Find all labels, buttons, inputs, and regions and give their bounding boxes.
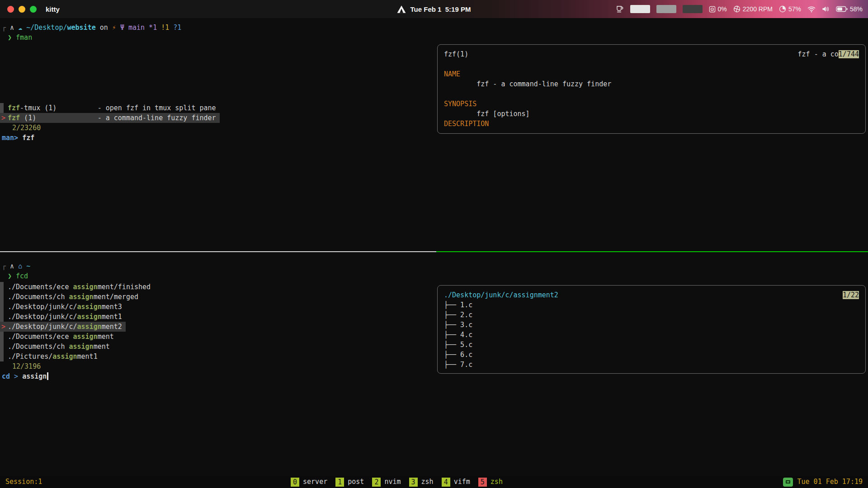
top-command-line: ❯ fman [8, 33, 32, 42]
prompt-frame: ┌ [2, 262, 6, 270]
tmux-window-index: 0 [291, 478, 299, 487]
tmux-statusbar: Session:1 0server 1post 2nvim 3zsh 4vifm… [0, 476, 868, 488]
fzf-result-row[interactable]: ./Documents/ece assignment/finished [0, 282, 151, 292]
fzf-query: fzf [22, 134, 34, 142]
fzf-result-text: ment3 [102, 303, 122, 311]
preview-header-right: fzf - a co1/744 [798, 49, 859, 59]
tmux-window-2[interactable]: 2nvim [372, 476, 401, 488]
tmux-window-index: 4 [442, 478, 450, 487]
tmux-window-0[interactable]: 0server [291, 476, 327, 488]
fzf-result-row[interactable]: ./Pictures/assignment1 [0, 352, 98, 361]
menubar-app-title: kitty [46, 5, 60, 13]
arch-logo-icon [397, 5, 406, 13]
tmux-session-label: Session:1 [5, 476, 42, 488]
volume-icon[interactable] [822, 6, 830, 12]
fzf-result-text: ment/finished [98, 283, 151, 291]
battery-value: 58% [850, 5, 863, 13]
fzf-gutter [0, 342, 4, 352]
preview-header-right: 1/22 [843, 290, 859, 300]
fzf-result-text: ment/merged [94, 293, 138, 301]
tmux-window-5[interactable]: 5zsh [478, 476, 503, 488]
command-text: fcd [16, 272, 28, 280]
tmux-window-name: post [348, 476, 364, 488]
pane-divider[interactable] [0, 251, 868, 252]
memory-icon [779, 5, 786, 13]
fzf-result-text: ment1 [77, 352, 98, 361]
tmux-statusbar-right: Tue 01 Feb 17:19 [783, 476, 863, 488]
tmux-indicator-icon [783, 478, 793, 487]
fzf-match: assign [69, 343, 93, 351]
bottom-prompt-line: ┌ ∧ ⌂ ~ [2, 261, 30, 271]
fzf-result-text: ment [94, 343, 110, 351]
fzf-match: fzf [8, 104, 20, 112]
fzf-pointer: > [0, 113, 8, 123]
man-text: fzf - a command-line fuzzy finder [444, 79, 859, 89]
file-tree-line: ├── 4.c [444, 330, 859, 340]
cwd-path: ~/Desktop/ [26, 23, 67, 32]
fzf-result-row[interactable]: ./Documents/ch assignment [0, 342, 110, 352]
menubar-clock-widget[interactable]: Tue Feb 1 5:19 PM [397, 0, 471, 18]
preview-scroll-position: 1/22 [843, 291, 859, 299]
tmux-window-3[interactable]: 3zsh [409, 476, 434, 488]
preview-header: fzf(1)fzf - a co1/744 [444, 49, 859, 59]
file-tree-line: ├── 3.c [444, 320, 859, 330]
battery-widget[interactable]: 58% [836, 5, 863, 13]
memory-value: 57% [788, 5, 801, 13]
fzf-result-row[interactable]: ./Documents/ece assignment [0, 332, 114, 342]
prompt-arrow: ❯ [8, 33, 12, 42]
fzf-result-text: ./Documents/ch [8, 293, 69, 301]
tmux-window-list: 0server 1post 2nvim 3zsh 4vifm 5zsh [291, 476, 503, 488]
git-on-label: on [96, 23, 112, 32]
fan-speed-widget[interactable]: 2200 RPM [733, 5, 773, 13]
fzf-result-text: -tmux (1) - open fzf in tmux split pane [20, 104, 216, 112]
fzf-result-row[interactable]: ./Desktop/junk/c/assignment1 [0, 312, 122, 322]
minimize-window-button[interactable] [19, 6, 25, 13]
pane-divider-active [436, 251, 868, 252]
battery-icon [836, 6, 848, 12]
fzf-result-row[interactable]: ./Desktop/junk/c/assignment3 [0, 302, 122, 312]
tmux-window-index: 3 [409, 478, 418, 487]
fzf-match: assign [73, 333, 98, 341]
tmux-window-name: zsh [491, 476, 503, 488]
close-window-button[interactable] [7, 6, 14, 13]
coffee-icon[interactable] [616, 5, 624, 13]
top-prompt-line: ┌ ∧ ☁ ~/Desktop/website on ⚡ Ψ main *1 !… [2, 23, 181, 33]
fzf-result-row[interactable]: ./Documents/ch assignment/merged [0, 292, 138, 302]
disk-usage-widget[interactable]: 0% [709, 5, 727, 13]
swatch-dark [683, 5, 703, 13]
fzf-prompt-line[interactable]: man> fzf [2, 133, 34, 143]
tmux-window-index: 2 [372, 478, 381, 487]
file-tree-line: ├── 6.c [444, 350, 859, 360]
fzf-match-counter: 12/3196 [12, 361, 41, 371]
fzf-match: assign [77, 313, 102, 321]
fzf-query: assign [22, 372, 47, 380]
tmux-statusbar-clock: Tue 01 Feb 17:19 [797, 476, 863, 488]
tmux-window-name: nvim [384, 476, 401, 488]
file-tree-line: ├── 5.c [444, 340, 859, 350]
tmux-window-index: 5 [478, 478, 487, 487]
fzf-selected-row[interactable]: >./Desktop/junk/c/assignment2 [0, 322, 126, 332]
bottom-command-line: ❯ fcd [8, 271, 28, 281]
preview-title: ./Desktop/junk/c/assignment2 [444, 291, 558, 299]
maximize-window-button[interactable] [30, 6, 37, 13]
fzf-result-row[interactable]: fzf-tmux (1) - open fzf in tmux split pa… [0, 103, 216, 113]
fzf-result-text: ./Documents/ece [8, 283, 73, 291]
preview-header: ./Desktop/junk/c/assignment21/22 [444, 290, 859, 300]
fzf-gutter [0, 352, 4, 361]
git-branch-icon: Ψ [120, 23, 124, 32]
prompt-arrow: ❯ [8, 272, 12, 280]
fan-icon [733, 5, 741, 13]
fzf-match: assign [73, 283, 98, 291]
prompt-caret: ∧ [10, 23, 14, 32]
terminal-glyph-icon [786, 480, 790, 483]
wifi-icon[interactable] [807, 6, 816, 13]
fzf-result-text: ment2 [102, 323, 122, 331]
tmux-window-1[interactable]: 1post [335, 476, 364, 488]
tmux-window-4[interactable]: 4vifm [442, 476, 470, 488]
fzf-prompt-line[interactable]: cd > assign [2, 371, 48, 381]
fzf-gutter [0, 282, 4, 292]
memory-usage-widget[interactable]: 57% [779, 5, 801, 13]
fzf-selected-row[interactable]: >fzf (1) - a command-line fuzzy finder [0, 113, 220, 123]
home-icon: ⌂ [18, 262, 22, 270]
preview-scroll-position: 1/744 [839, 50, 859, 58]
